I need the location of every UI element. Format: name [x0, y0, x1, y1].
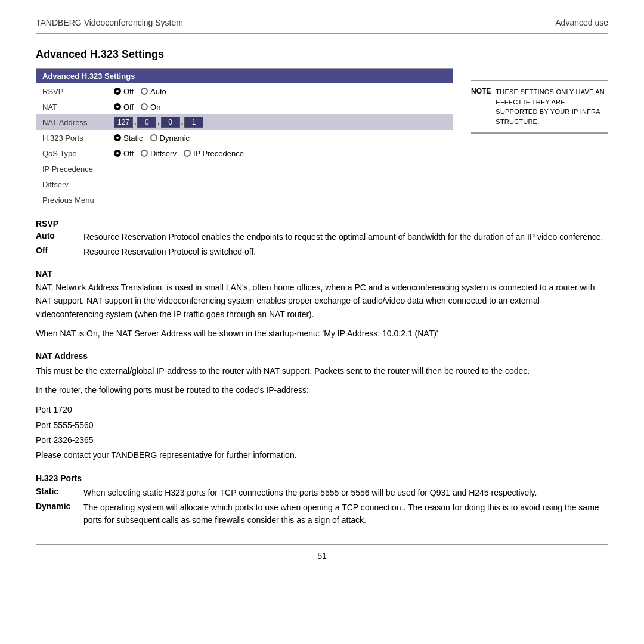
h323-ports-section: H.323 Ports Static When selecting static… — [36, 473, 608, 527]
h323-static-radio[interactable] — [114, 134, 121, 141]
nat-row: NAT Off On — [36, 99, 453, 114]
h323-dynamic-group[interactable]: Dynamic — [150, 134, 190, 143]
qos-off-group[interactable]: Off — [114, 149, 134, 158]
port-2: Port 5555-5560 — [36, 418, 608, 433]
left-panel: Advanced H.323 Settings RSVP Off Auto — [36, 68, 453, 208]
rsvp-auto-term: Auto — [36, 231, 72, 243]
qos-ip-prec-radio[interactable] — [184, 150, 191, 157]
h323-dynamic-item: Dynamic The operating system will alloca… — [36, 501, 608, 527]
nat-on-label: On — [150, 103, 160, 112]
rsvp-off-group[interactable]: Off — [114, 87, 134, 96]
qos-off-radio[interactable] — [114, 150, 121, 157]
h323-dynamic-desc: The operating system will allocate which… — [83, 501, 608, 527]
rsvp-off-term: Off — [36, 246, 72, 258]
nat-para-1: NAT, Network Address Translation, is use… — [36, 281, 608, 321]
rsvp-auto-group[interactable]: Auto — [141, 87, 166, 96]
full-width-content: RSVP Auto Resource Reservation Protocol … — [36, 219, 608, 527]
qos-off-label: Off — [123, 149, 134, 158]
qos-diffserv-label: Diffserv — [150, 149, 177, 158]
qos-ip-prec-group[interactable]: IP Precedence — [184, 149, 244, 158]
qos-type-row: QoS Type Off Diffserv IP Precedence — [36, 145, 453, 161]
rsvp-section: RSVP Auto Resource Reservation Protocol … — [36, 219, 608, 258]
h323-dynamic-radio[interactable] — [150, 134, 157, 141]
nat-address-row: NAT Address 127 . 0 . 0 . 1 — [36, 114, 453, 130]
rsvp-off-item: Off Resource Reservation Protocol is swi… — [36, 246, 608, 258]
nat-on-group[interactable]: On — [141, 103, 160, 112]
nat-label: NAT — [42, 103, 114, 112]
nat-address-ip-fields[interactable]: 127 . 0 . 0 . 1 — [114, 117, 203, 128]
qos-type-label: QoS Type — [42, 149, 114, 158]
h323-dynamic-term: Dynamic — [36, 501, 72, 527]
nat-controls: Off On — [114, 103, 160, 112]
page-footer: 51 — [36, 544, 608, 561]
ip-field-4[interactable]: 1 — [184, 117, 203, 128]
h323-static-group[interactable]: Static — [114, 134, 143, 143]
rsvp-auto-label: Auto — [150, 87, 166, 96]
qos-ip-prec-label: IP Precedence — [193, 149, 244, 158]
h323-static-item: Static When selecting static H323 ports … — [36, 487, 608, 499]
ip-field-2[interactable]: 0 — [137, 117, 156, 128]
rsvp-definitions: Auto Resource Reservation Protocol enabl… — [36, 231, 608, 258]
rsvp-label: RSVP — [42, 87, 114, 96]
nat-heading: NAT — [36, 269, 608, 278]
diffserv-row: Diffserv — [36, 177, 453, 192]
nat-address-label: NAT Address — [42, 118, 114, 127]
previous-menu-label[interactable]: Previous Menu — [42, 196, 114, 205]
page-number: 51 — [317, 551, 327, 561]
ip-field-1[interactable]: 127 — [114, 117, 133, 128]
ip-precedence-row: IP Precedence — [36, 161, 453, 177]
note-box: NOTE These settings only have an effect … — [471, 80, 608, 134]
rsvp-off-label: Off — [123, 87, 134, 96]
page-container: TANDBERG Videoconferencing System Advanc… — [0, 0, 644, 644]
settings-panel-header: Advanced H.323 Settings — [36, 69, 453, 83]
nat-address-section: NAT Address This must be the external/gl… — [36, 351, 608, 463]
page-title: Advanced H.323 Settings — [36, 48, 608, 61]
ip-field-3[interactable]: 0 — [161, 117, 180, 128]
nat-address-para-1: This must be the external/global IP-addr… — [36, 364, 608, 377]
h323-ports-definitions: Static When selecting static H323 ports … — [36, 487, 608, 527]
nat-section: NAT NAT, Network Address Translation, is… — [36, 269, 608, 340]
qos-diffserv-group[interactable]: Diffserv — [141, 149, 177, 158]
diffserv-label: Diffserv — [42, 180, 114, 189]
h323-static-desc: When selecting static H323 ports for TCP… — [83, 487, 537, 499]
settings-panel: Advanced H.323 Settings RSVP Off Auto — [36, 68, 453, 208]
nat-address-para-2: In the router, the following ports must … — [36, 383, 608, 397]
qos-diffserv-radio[interactable] — [141, 150, 148, 157]
qos-type-controls: Off Diffserv IP Precedence — [114, 149, 244, 158]
nat-address-heading: NAT Address — [36, 351, 608, 361]
rsvp-auto-desc: Resource Reservation Protocol enables th… — [83, 231, 603, 243]
h323-ports-row: H.323 Ports Static Dynamic — [36, 130, 453, 145]
ports-list: Port 1720 Port 5555-5560 Port 2326-2365 … — [36, 402, 608, 463]
rsvp-controls: Off Auto — [114, 87, 166, 96]
note-content: NOTE These settings only have an effect … — [471, 87, 608, 126]
rsvp-auto-radio[interactable] — [141, 88, 148, 95]
h323-static-term: Static — [36, 487, 72, 499]
rsvp-auto-item: Auto Resource Reservation Protocol enabl… — [36, 231, 608, 243]
header-section: Advanced use — [555, 18, 608, 27]
nat-off-label: Off — [123, 103, 134, 112]
h323-ports-controls: Static Dynamic — [114, 134, 190, 143]
rsvp-row: RSVP Off Auto — [36, 83, 453, 99]
nat-on-radio[interactable] — [141, 103, 148, 110]
note-text: These settings only have an effect if th… — [496, 87, 608, 126]
h323-dynamic-label: Dynamic — [160, 134, 190, 143]
right-panel: NOTE These settings only have an effect … — [471, 74, 608, 134]
port-1: Port 1720 — [36, 402, 608, 417]
rsvp-off-radio[interactable] — [114, 88, 121, 95]
h323-ports-heading: H.323 Ports — [36, 473, 608, 483]
nat-off-group[interactable]: Off — [114, 103, 134, 112]
h323-ports-label: H.323 Ports — [42, 134, 114, 143]
h323-static-label: Static — [123, 134, 143, 143]
nat-para-2: When NAT is On, the NAT Server Address w… — [36, 327, 608, 340]
page-header: TANDBERG Videoconferencing System Advanc… — [36, 18, 608, 34]
header-title: TANDBERG Videoconferencing System — [36, 18, 183, 27]
previous-menu-row[interactable]: Previous Menu — [36, 192, 453, 208]
rsvp-heading: RSVP — [36, 219, 608, 228]
port-3: Port 2326-2365 — [36, 433, 608, 448]
rsvp-off-desc: Resource Reservation Protocol is switche… — [83, 246, 256, 258]
nat-off-radio[interactable] — [114, 103, 121, 110]
port-contact: Please contact your TANDBERG representat… — [36, 448, 608, 463]
ip-precedence-label: IP Precedence — [42, 165, 114, 174]
main-content: Advanced H.323 Settings RSVP Off Auto — [36, 68, 608, 208]
note-label: NOTE — [471, 87, 491, 95]
